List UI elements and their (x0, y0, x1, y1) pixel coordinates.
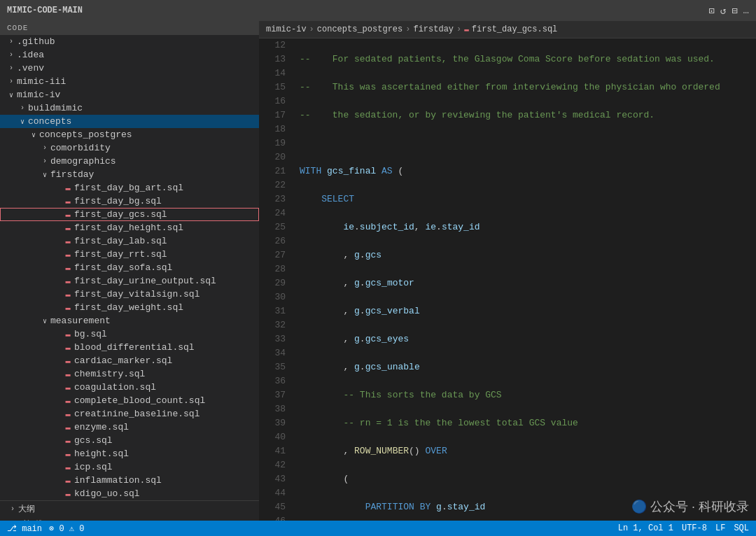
line-num: 27 (266, 248, 286, 262)
sidebar-item-cbc[interactable]: ▬ complete_blood_count.sql (0, 394, 259, 407)
file-label: first_day_vitalsign.sql (74, 289, 200, 299)
sidebar-item-icp[interactable]: ▬ icp.sql (0, 460, 259, 474)
sidebar-item-first-day-lab[interactable]: ▬ first_day_lab.sql (0, 234, 259, 248)
code-line-12: -- For sedated patients, the Glasgow Com… (300, 52, 749, 66)
folder-label: firstday (50, 169, 94, 180)
line-num: 14 (266, 66, 286, 80)
sidebar-item-demographics[interactable]: › demographics (0, 155, 259, 168)
sidebar-item-first-day-vitalsign[interactable]: ▬ first_day_vitalsign.sql (0, 288, 259, 301)
code-line-17: SELECT (300, 192, 749, 206)
line-num: 25 (266, 220, 286, 234)
sidebar-item-height[interactable]: ▬ height.sql (0, 447, 259, 460)
line-num: 34 (266, 346, 286, 360)
breadcrumb-part-firstday: firstday (413, 24, 454, 34)
code-line-20: , g.gcs_motor (300, 276, 749, 290)
line-num: 19 (266, 136, 286, 150)
code-line-16: WITH gcs_final AS ( (300, 164, 749, 178)
folder-label: .idea (17, 50, 44, 60)
line-num: 15 (266, 80, 286, 94)
sidebar-item-firstday[interactable]: ∨ firstday (0, 168, 259, 181)
code-line-19: , g.gcs (300, 248, 749, 262)
sidebar-item-blood-diff[interactable]: ▬ blood_differential.sql (0, 341, 259, 354)
sidebar-item-gcs[interactable]: ▬ gcs.sql (0, 434, 259, 447)
sidebar-item-cardiac[interactable]: ▬ cardiac_marker.sql (0, 354, 259, 367)
outline-section[interactable]: › 大纲 (0, 501, 259, 516)
sidebar-item-first-day-bg-art[interactable]: ▬ first_day_bg_art.sql (0, 181, 259, 195)
sidebar-item-first-day-weight[interactable]: ▬ first_day_weight.sql (0, 301, 259, 314)
sidebar-item-github[interactable]: › .github (0, 35, 259, 48)
file-label: first_day_gcs.sql (74, 209, 167, 220)
file-label: coagulation.sql (74, 382, 156, 393)
more-actions-icon[interactable]: … (743, 5, 749, 17)
sidebar-item-coagulation[interactable]: ▬ coagulation.sql (0, 381, 259, 394)
sidebar-item-venv[interactable]: › .venv (0, 62, 259, 75)
sidebar-item-first-day-gcs[interactable]: ▬ first_day_gcs.sql (0, 208, 259, 221)
file-label: blood_differential.sql (74, 342, 195, 353)
sidebar-item-mimic-iii[interactable]: › mimic-iii (0, 75, 259, 88)
sidebar-item-comorbidity[interactable]: › comorbidity (0, 141, 259, 155)
file-label: bg.sql (74, 329, 107, 339)
sidebar-bottom: › 大纲 › 时间线 (0, 500, 259, 521)
code-line-23: , g.gcs_unable (300, 360, 749, 374)
line-num: 41 (266, 444, 286, 458)
file-label: chemistry.sql (74, 369, 145, 379)
sidebar-item-idea[interactable]: › .idea (0, 48, 259, 62)
breadcrumb: mimic-iv › concepts_postgres › firstday … (259, 21, 756, 38)
sidebar-item-mimic-iv[interactable]: ∨ mimic-iv (0, 88, 259, 101)
sql-file-icon: ▬ (62, 303, 74, 313)
sql-file-icon: ▬ (62, 183, 74, 193)
sidebar-item-first-day-bg[interactable]: ▬ first_day_bg.sql (0, 195, 259, 208)
split-editor-icon[interactable]: ⊡ (708, 5, 714, 17)
file-label: enzyme.sql (74, 422, 129, 432)
editor-area: mimic-iv › concepts_postgres › firstday … (259, 21, 756, 521)
folder-label: measurement (50, 316, 111, 326)
line-num: 30 (266, 290, 286, 304)
line-num: 17 (266, 108, 286, 122)
refresh-icon[interactable]: ↺ (720, 5, 726, 17)
folder-label: concepts (28, 116, 71, 127)
sidebar-item-first-day-rrt[interactable]: ▬ first_day_rrt.sql (0, 248, 259, 261)
sidebar-item-inflammation[interactable]: ▬ inflammation.sql (0, 474, 259, 487)
status-branch: ⎇ main (7, 523, 42, 534)
line-num: 12 (266, 38, 286, 52)
chevron-down-icon: ∨ (39, 317, 50, 325)
chevron-right-icon: › (6, 64, 17, 72)
sidebar-item-buildmimic[interactable]: › buildmimic (0, 101, 259, 115)
collapse-all-icon[interactable]: ⊟ (732, 5, 737, 17)
chevron-right-icon: › (6, 78, 17, 85)
sidebar-item-concepts-postgres[interactable]: ∨ concepts_postgres (0, 128, 259, 141)
chevron-right-icon: › (6, 51, 17, 59)
line-num: 31 (266, 304, 286, 318)
sql-file-icon: ▬ (62, 330, 74, 339)
sidebar-item-creatinine[interactable]: ▬ creatinine_baseline.sql (0, 407, 259, 421)
code-editor[interactable]: 12 13 14 15 16 17 18 19 20 21 22 23 24 2… (259, 38, 756, 521)
line-num: 29 (266, 276, 286, 290)
breadcrumb-filename: first_day_gcs.sql (472, 24, 557, 34)
sidebar-item-enzyme[interactable]: ▬ enzyme.sql (0, 421, 259, 434)
line-numbers: 12 13 14 15 16 17 18 19 20 21 22 23 24 2… (259, 38, 293, 521)
sidebar-item-first-day-height[interactable]: ▬ first_day_height.sql (0, 221, 259, 234)
sidebar-item-first-day-urine[interactable]: ▬ first_day_urine_output.sql (0, 274, 259, 288)
sidebar-item-measurement[interactable]: ∨ measurement (0, 314, 259, 327)
file-label: first_day_lab.sql (74, 236, 167, 246)
sql-file-icon: ▬ (62, 290, 74, 299)
line-num: 39 (266, 416, 286, 430)
sidebar-item-bg[interactable]: ▬ bg.sql (0, 327, 259, 341)
line-num: 38 (266, 402, 286, 416)
sql-file-icon: ▬ (62, 463, 74, 472)
status-encoding: UTF-8 (682, 523, 707, 533)
folder-label: mimic-iii (17, 76, 66, 87)
code-line-14: -- the sedation, or by reviewing the pat… (300, 108, 749, 122)
sql-file-icon: ▬ (62, 223, 74, 233)
sidebar-item-chemistry[interactable]: ▬ chemistry.sql (0, 367, 259, 381)
sidebar-item-first-day-sofa[interactable]: ▬ first_day_sofa.sql (0, 261, 259, 274)
code-line-24: -- This sorts the data by GCS (300, 388, 749, 402)
file-label: first_day_weight.sql (74, 302, 183, 313)
sidebar-item-concepts[interactable]: ∨ concepts (0, 115, 259, 128)
status-bar-right: Ln 1, Col 1 UTF-8 LF SQL (618, 523, 749, 533)
chevron-down-icon: ∨ (6, 91, 17, 99)
sidebar-item-kdigo[interactable]: ▬ kdigo_uo.sql (0, 487, 259, 500)
breadcrumb-sep: › (405, 24, 410, 34)
sql-file-icon: ▬ (62, 343, 74, 353)
sql-file-icon: ▬ (62, 237, 74, 246)
